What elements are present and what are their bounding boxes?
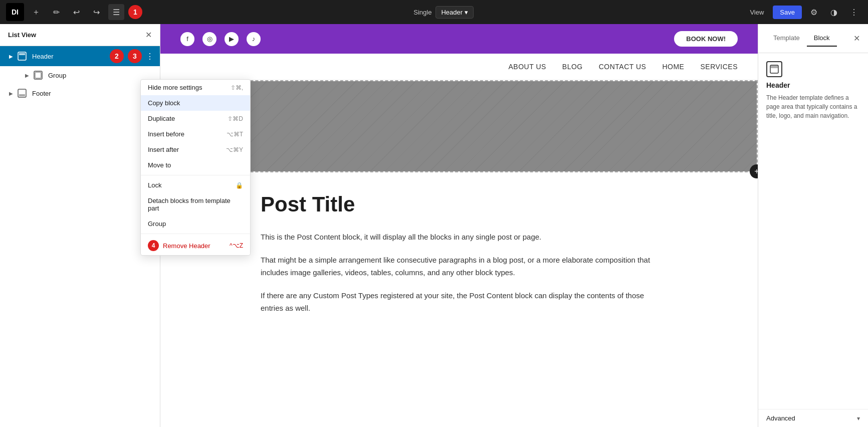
context-insert-after[interactable]: Insert after ⌥⌘Y — [141, 142, 250, 157]
nav-home: HOME — [662, 63, 684, 71]
right-sidebar-content: Header The Header template defines a pag… — [758, 53, 868, 409]
context-hide-settings[interactable]: Hide more settings ⇧⌘, — [141, 80, 250, 95]
group-label: Group — [48, 72, 156, 79]
preview-hero: ⋮⋮ + — [161, 81, 757, 171]
right-tabs: Template Block — [766, 30, 837, 47]
sidebar-header: List View ✕ — [0, 24, 160, 46]
context-divider-2 — [141, 234, 250, 234]
svg-rect-5 — [19, 94, 25, 96]
advanced-label: Advanced — [766, 414, 795, 422]
context-lock[interactable]: Lock 🔒 — [141, 177, 250, 193]
left-sidebar: List View ✕ ▶ Header 2 3 ⋮ ▶ — [0, 24, 160, 427]
context-duplicate[interactable]: Duplicate ⇧⌘D — [141, 111, 250, 126]
instagram-icon: ◎ — [202, 32, 216, 46]
group-block-icon — [32, 69, 44, 81]
tab-block[interactable]: Block — [807, 30, 837, 47]
app-logo: DI — [6, 3, 24, 21]
tiktok-icon: ♪ — [247, 32, 261, 46]
context-divider-1 — [141, 175, 250, 175]
post-body-p2: That might be a simple arrangement like … — [261, 254, 658, 279]
context-menu: Hide more settings ⇧⌘, Copy block Duplic… — [140, 79, 251, 256]
book-now-button[interactable]: BOOK NOW! — [674, 31, 738, 47]
header-dropdown[interactable]: Header ▾ — [436, 6, 474, 19]
footer-block-icon — [16, 87, 28, 99]
right-sidebar: Template Block ✕ Header The Header templ… — [758, 24, 868, 427]
sidebar-item-group[interactable]: ▶ Group — [0, 66, 160, 84]
step-badge-4: 4 — [148, 240, 159, 251]
undo-icon: ↩ — [73, 8, 80, 17]
youtube-icon: ▶ — [225, 32, 239, 46]
chevron-down-icon: ▾ — [465, 9, 468, 16]
list-view-button[interactable]: ☰ — [108, 4, 124, 20]
block-header-desc: The Header template defines a page area … — [766, 93, 860, 120]
pencil-icon: ✏ — [53, 8, 60, 17]
top-toolbar: DI ＋ ✏ ↩ ↪ ☰ 1 Single Header ▾ View Save… — [0, 0, 868, 24]
gear-icon: ⚙ — [810, 8, 817, 17]
right-panel-close-button[interactable]: ✕ — [853, 34, 860, 43]
context-copy-block[interactable]: Copy block — [141, 95, 250, 111]
context-move-to[interactable]: Move to — [141, 157, 250, 173]
theme-toggle-button[interactable]: ◑ — [826, 4, 842, 20]
contrast-icon: ◑ — [830, 8, 837, 17]
list-icon: ☰ — [113, 8, 120, 17]
preview-purple-bar: f ◎ ▶ ♪ BOOK NOW! — [160, 24, 758, 54]
more-menu-button[interactable]: ⋮ — [846, 4, 862, 20]
footer-expand-icon: ▶ — [6, 88, 16, 98]
view-button[interactable]: View — [745, 6, 769, 19]
social-icons: f ◎ ▶ ♪ — [180, 32, 261, 46]
nav-blog: BLOG — [562, 63, 583, 71]
add-block-button[interactable]: ＋ — [28, 4, 44, 20]
nav-contact-us: CONTACT US — [599, 63, 646, 71]
footer-label: Footer — [32, 90, 156, 97]
save-button[interactable]: Save — [773, 6, 802, 19]
header-menu-icon[interactable]: ⋮ — [144, 50, 156, 62]
step-badge-3: 3 — [128, 49, 142, 63]
redo-icon: ↪ — [93, 8, 100, 17]
ellipsis-icon: ⋮ — [850, 8, 858, 17]
undo-button[interactable]: ↩ — [68, 4, 84, 20]
post-body-p1: This is the Post Content block, it will … — [261, 231, 658, 244]
nav-services: SERVICES — [700, 63, 738, 71]
header-label: Header — [32, 53, 106, 60]
advanced-section[interactable]: Advanced ▾ — [758, 409, 868, 427]
toolbar-right: View Save ⚙ ◑ ⋮ — [745, 4, 862, 20]
svg-rect-7 — [771, 66, 778, 68]
svg-rect-1 — [19, 53, 25, 55]
group-expand-icon: ▶ — [22, 70, 32, 80]
sidebar-item-footer[interactable]: ▶ Footer — [0, 84, 160, 102]
toolbar-center: Single Header ▾ — [146, 6, 741, 19]
right-sidebar-header: Template Block ✕ — [758, 24, 868, 53]
step-badge-2: 2 — [110, 49, 124, 63]
step-badge-1: 1 — [128, 5, 142, 19]
block-header-title: Header — [766, 81, 860, 89]
settings-button[interactable]: ⚙ — [806, 4, 822, 20]
context-group[interactable]: Group — [141, 216, 250, 232]
sidebar-title: List View — [8, 31, 36, 39]
facebook-icon: f — [180, 32, 194, 46]
context-remove-header[interactable]: 4 Remove Header ^⌥Z — [141, 236, 250, 255]
chevron-right-icon: ▾ — [857, 415, 860, 422]
edit-tool-button[interactable]: ✏ — [48, 4, 64, 20]
context-detach[interactable]: Detach blocks from template part — [141, 193, 250, 216]
post-body-p3: If there are any Custom Post Types regis… — [261, 289, 658, 315]
svg-rect-3 — [35, 72, 41, 78]
single-label: Single — [413, 9, 431, 16]
plus-icon: ＋ — [32, 7, 40, 18]
tab-template[interactable]: Template — [766, 30, 807, 47]
block-header-type-icon — [766, 61, 782, 77]
sidebar-close-button[interactable]: ✕ — [145, 30, 152, 40]
context-insert-before[interactable]: Insert before ⌥⌘T — [141, 126, 250, 142]
post-title: Post Title — [261, 192, 658, 217]
post-body: This is the Post Content block, it will … — [261, 231, 658, 315]
redo-button[interactable]: ↪ — [88, 4, 104, 20]
nav-about-us: ABOUT US — [509, 63, 546, 71]
sidebar-item-header[interactable]: ▶ Header 2 3 ⋮ — [0, 46, 160, 66]
main-layout: List View ✕ ▶ Header 2 3 ⋮ ▶ — [0, 24, 868, 427]
preview-nav: ABOUT US BLOG CONTACT US HOME SERVICES — [160, 54, 758, 80]
header-block-icon — [16, 50, 28, 62]
expand-icon: ▶ — [6, 51, 16, 61]
